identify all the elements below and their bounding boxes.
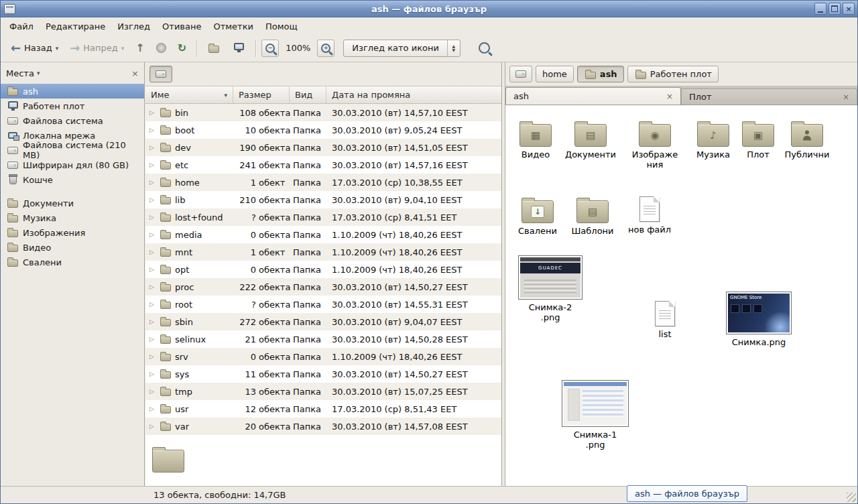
- maximize-button[interactable]: [829, 3, 841, 15]
- expander-icon[interactable]: ▷: [149, 405, 156, 412]
- icon-view-item[interactable]: Публични: [779, 120, 835, 160]
- file-row[interactable]: ▷boot10обектаПапка30.03.2010 (вт) 9,05,2…: [145, 121, 501, 139]
- file-row[interactable]: ▷dev190обектаПапка30.03.2010 (вт) 14,51,…: [145, 139, 501, 156]
- sidebar-item[interactable]: Кошче: [1, 172, 144, 187]
- icon-view-item[interactable]: ◉Изображения: [623, 120, 686, 170]
- icon-view-item[interactable]: ▦Видео: [509, 120, 562, 160]
- stop-button[interactable]: [151, 38, 171, 58]
- file-row[interactable]: ▷sbin272обектаПапка30.03.2010 (вт) 9,04,…: [145, 313, 501, 330]
- close-button[interactable]: ×: [843, 3, 855, 15]
- icon-view-item[interactable]: list: [638, 301, 692, 339]
- icon-view-item[interactable]: ▣Плот: [736, 120, 780, 160]
- forward-dropdown-icon[interactable]: ▾: [121, 45, 125, 52]
- expander-icon[interactable]: ▷: [149, 318, 156, 325]
- titlebar[interactable]: ash — файлов браузър ×: [1, 1, 857, 17]
- icon-view[interactable]: ▦Видео▤Документи◉Изображения♪Музика▣Плот…: [505, 105, 857, 486]
- file-row[interactable]: ▷media0обектаПапка1.10.2009 (чт) 18,40,2…: [145, 226, 501, 243]
- file-row[interactable]: ▷lost+found?обектаПапка17.03.2010 (ср) 8…: [145, 208, 501, 226]
- expander-icon[interactable]: ▷: [149, 127, 156, 133]
- expander-icon[interactable]: ▷: [149, 144, 156, 151]
- file-row[interactable]: ▷sys11обектаПапка30.03.2010 (вт) 14,50,2…: [145, 365, 501, 383]
- icon-view-item[interactable]: ▤Шаблони: [566, 196, 619, 236]
- sidebar-item[interactable]: Изображения: [1, 225, 144, 240]
- file-row[interactable]: ▷bin108обектаПапка30.03.2010 (вт) 14,57,…: [145, 104, 501, 121]
- expander-icon[interactable]: ▷: [149, 388, 156, 395]
- file-row[interactable]: ▷usr12обектаПапка17.03.2010 (ср) 8,51,43…: [145, 400, 501, 418]
- file-row[interactable]: ▷var20обектаПапка30.03.2010 (вт) 14,57,0…: [145, 418, 501, 435]
- back-button[interactable]: ← Назад ▾: [6, 38, 63, 58]
- combo-arrows-icon[interactable]: ▲▼: [447, 40, 460, 56]
- sidebar-item[interactable]: Видео: [1, 240, 144, 255]
- tab-close-icon[interactable]: ×: [658, 92, 673, 101]
- sidebar-item[interactable]: Файлова система (210 MB): [1, 143, 144, 158]
- expander-icon[interactable]: ▷: [149, 301, 156, 308]
- places-close-icon[interactable]: ×: [131, 68, 139, 78]
- icon-view-item[interactable]: ↓Свалени: [511, 196, 564, 236]
- expander-icon[interactable]: ▷: [149, 353, 156, 360]
- file-row[interactable]: ▷etc241обектаПапка30.03.2010 (вт) 14,57,…: [145, 156, 501, 174]
- expander-icon[interactable]: ▷: [149, 266, 156, 273]
- tab[interactable]: Плот×: [681, 88, 857, 105]
- icon-view-item[interactable]: GUADECСнимка-2.png: [516, 255, 585, 322]
- sidebar-item[interactable]: Музика: [1, 210, 144, 225]
- minimize-button[interactable]: [814, 3, 826, 15]
- resize-grip[interactable]: [847, 493, 856, 502]
- file-row[interactable]: ▷lib210обектаПапка30.03.2010 (вт) 9,04,1…: [145, 191, 501, 208]
- sidebar-item[interactable]: Работен плот: [1, 99, 144, 113]
- file-row[interactable]: ▷proc222обектаПапка30.03.2010 (вт) 14,50…: [145, 278, 501, 296]
- file-row[interactable]: ▷srv0обектаПапка1.10.2009 (чт) 18,40,26 …: [145, 348, 501, 365]
- sidebar-item[interactable]: Шифриран дял (80 GB): [1, 158, 144, 172]
- up-button[interactable]: ↑: [131, 38, 149, 58]
- menubar-item[interactable]: Файл: [3, 19, 40, 34]
- file-row[interactable]: ▷selinux21обектаПапка30.03.2010 (вт) 14,…: [145, 330, 501, 348]
- menubar-item[interactable]: Помощ: [259, 19, 304, 34]
- home-button[interactable]: [202, 38, 225, 58]
- expander-icon[interactable]: ▷: [149, 162, 156, 168]
- sidebar-item[interactable]: Свалени: [1, 255, 144, 269]
- expander-icon[interactable]: ▷: [149, 109, 156, 116]
- file-row[interactable]: ▷tmp13обектаПапка30.03.2010 (вт) 15,07,2…: [145, 383, 501, 400]
- sidebar-item[interactable]: Файлова система: [1, 113, 144, 128]
- zoom-in-button[interactable]: +: [317, 40, 334, 57]
- menubar-item[interactable]: Редактиране: [40, 19, 111, 34]
- menubar-item[interactable]: Отиване: [156, 19, 207, 34]
- expander-icon[interactable]: ▷: [149, 231, 156, 238]
- column-header-size[interactable]: Размер: [233, 86, 290, 103]
- back-dropdown-icon[interactable]: ▾: [56, 45, 59, 52]
- path-root-button[interactable]: [509, 66, 532, 82]
- expander-icon[interactable]: ▷: [149, 196, 156, 203]
- column-header-type[interactable]: Вид: [290, 86, 326, 103]
- icon-view-item[interactable]: GNOME StoreСнимка.png: [724, 292, 794, 347]
- icon-view-item[interactable]: нов файл: [623, 196, 676, 235]
- column-header-modified[interactable]: Дата на промяна: [326, 86, 501, 103]
- zoom-out-button[interactable]: −: [261, 40, 279, 57]
- tab-close-icon[interactable]: ×: [835, 92, 849, 102]
- icon-view-item[interactable]: Снимка-1.png: [560, 380, 630, 450]
- view-mode-select[interactable]: Изглед като икони ▲▼: [343, 40, 461, 57]
- column-header-name[interactable]: Име▾: [145, 86, 233, 103]
- file-row[interactable]: ▷mnt1обектПапка1.10.2009 (чт) 18,40,26 E…: [145, 243, 501, 261]
- file-row[interactable]: ▷opt0обектаПапка1.10.2009 (чт) 18,40,26 …: [145, 261, 501, 278]
- reload-button[interactable]: ↻: [173, 38, 191, 58]
- expander-icon[interactable]: ▷: [149, 284, 156, 290]
- expander-icon[interactable]: ▷: [149, 249, 156, 255]
- menubar-item[interactable]: Отметки: [207, 19, 259, 34]
- icon-view-item[interactable]: ♪Музика: [685, 120, 741, 160]
- tab[interactable]: ash×: [505, 87, 681, 105]
- menubar-item[interactable]: Изглед: [111, 19, 156, 34]
- places-dropdown-icon[interactable]: ▾: [37, 70, 40, 76]
- expander-icon[interactable]: ▷: [149, 179, 156, 186]
- sidebar-item[interactable]: ash: [1, 84, 144, 99]
- computer-button[interactable]: [227, 38, 250, 58]
- file-row[interactable]: ▷root?обектаПапка30.03.2010 (вт) 14,55,3…: [145, 296, 501, 313]
- expander-icon[interactable]: ▷: [149, 423, 156, 430]
- sidebar-item[interactable]: Документи: [1, 196, 144, 210]
- expander-icon[interactable]: ▷: [149, 214, 156, 220]
- zoom-level[interactable]: 100%: [286, 43, 310, 53]
- path-button[interactable]: ash: [577, 66, 624, 82]
- path-button[interactable]: home: [536, 66, 574, 82]
- places-title[interactable]: Места: [6, 68, 34, 78]
- icon-view-item[interactable]: ▤Документи: [562, 120, 619, 160]
- file-row[interactable]: ▷home1обектПапка17.03.2010 (ср) 10,38,55…: [145, 174, 501, 191]
- expander-icon[interactable]: ▷: [149, 336, 156, 342]
